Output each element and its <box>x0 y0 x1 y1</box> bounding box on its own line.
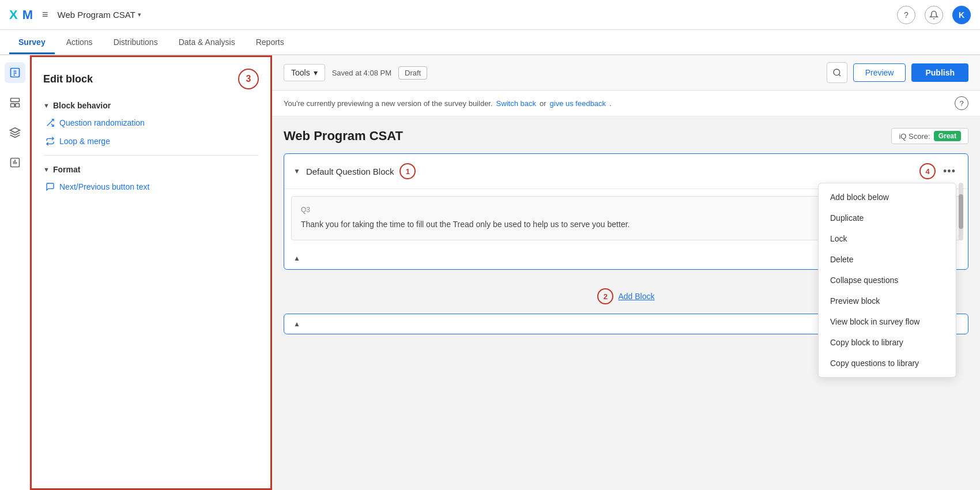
question-randomization-label: Question randomization <box>59 118 145 127</box>
search-button[interactable] <box>827 62 847 83</box>
tab-bar: Survey Actions Distributions Data & Anal… <box>0 30 980 55</box>
survey-title-row: Web Program CSAT iQ Score: Great <box>284 128 968 144</box>
survey-title: Web Program CSAT <box>284 129 403 144</box>
saved-status: Saved at 4:08 PM <box>332 69 391 77</box>
switch-back-link[interactable]: Switch back <box>496 99 536 108</box>
edit-panel-header: Edit block 3 <box>43 69 259 89</box>
svg-rect-4 <box>10 99 19 102</box>
page-title: Web Program CSAT ▾ <box>58 10 141 20</box>
menu-item-copy-questions-library[interactable]: Copy questions to library <box>819 353 956 374</box>
button-text-icon <box>46 182 55 191</box>
publish-button[interactable]: Publish <box>911 63 968 82</box>
tools-chevron-icon: ▾ <box>314 68 318 77</box>
search-icon <box>832 68 842 77</box>
draft-badge: Draft <box>398 66 427 80</box>
give-feedback-link[interactable]: give us feedback <box>550 99 606 108</box>
block-collapse-chevron[interactable]: ▼ <box>293 167 300 175</box>
info-text: You're currently previewing a new versio… <box>284 99 493 108</box>
block-scrollbar[interactable] <box>959 183 963 240</box>
sidebar-icon-layout[interactable] <box>5 92 25 113</box>
menu-item-delete[interactable]: Delete <box>819 249 956 270</box>
user-avatar[interactable]: K <box>952 6 971 24</box>
logo-m: M <box>22 7 33 22</box>
menu-item-add-block-below[interactable]: Add block below <box>819 187 956 208</box>
loop-merge-label: Loop & merge <box>59 137 110 146</box>
tab-data-analysis[interactable]: Data & Analysis <box>169 32 244 54</box>
section-divider-1 <box>43 155 259 156</box>
main-layout: Edit block 3 ▼ Block behavior Question r… <box>0 55 980 490</box>
format-label: Format <box>53 165 80 174</box>
iq-score-label: iQ Score: <box>899 132 930 141</box>
tools-button[interactable]: Tools ▾ <box>284 64 325 81</box>
next-previous-label: Next/Previous button text <box>59 182 149 191</box>
sidebar-icon-chart[interactable] <box>5 152 25 173</box>
edit-panel-title: Edit block <box>43 73 93 85</box>
toolbar: Tools ▾ Saved at 4:08 PM Draft Preview P… <box>272 55 980 91</box>
edit-panel: Edit block 3 ▼ Block behavior Question r… <box>30 55 272 490</box>
logo-x: X <box>9 7 18 22</box>
menu-item-duplicate[interactable]: Duplicate <box>819 208 956 228</box>
hamburger-icon[interactable]: ≡ <box>42 9 48 21</box>
main-content: Tools ▾ Saved at 4:08 PM Draft Preview P… <box>272 55 980 490</box>
block-menu-button[interactable]: ••• <box>940 162 959 180</box>
bottom-block-up-chevron[interactable]: ▲ <box>293 320 300 328</box>
sidebar-icons <box>0 55 30 490</box>
badge-2: 2 <box>597 288 613 304</box>
format-header[interactable]: ▼ Format <box>43 165 259 174</box>
format-chevron: ▼ <box>43 166 50 173</box>
block-behavior-chevron: ▼ <box>43 102 50 109</box>
add-block-link[interactable]: Add Block <box>618 292 654 301</box>
survey-content: Web Program CSAT iQ Score: Great ▼ Defau… <box>272 116 980 490</box>
toolbar-right: Preview Publish <box>827 62 968 83</box>
tab-actions[interactable]: Actions <box>57 32 102 54</box>
menu-item-collapse-questions[interactable]: Collapse questions <box>819 270 956 291</box>
loop-icon <box>46 137 55 146</box>
notification-bell-button[interactable] <box>925 6 943 24</box>
title-chevron-icon[interactable]: ▾ <box>138 11 141 18</box>
block-behavior-label: Block behavior <box>53 101 111 110</box>
question-randomization-link[interactable]: Question randomization <box>43 118 259 127</box>
block-title: Default Question Block <box>306 167 394 176</box>
svg-rect-5 <box>10 104 14 107</box>
menu-item-preview-block[interactable]: Preview block <box>819 291 956 311</box>
tools-label: Tools <box>291 68 310 77</box>
menu-item-copy-to-library[interactable]: Copy block to library <box>819 332 956 353</box>
info-help-icon[interactable]: ? <box>955 96 968 110</box>
question-block: ▼ Default Question Block 1 4 ••• Q3 Than… <box>284 153 968 270</box>
tab-distributions[interactable]: Distributions <box>104 32 167 54</box>
tab-reports[interactable]: Reports <box>247 32 293 54</box>
iq-score-badge: iQ Score: Great <box>891 128 968 144</box>
block-actions-right: 4 ••• <box>919 162 959 180</box>
randomize-icon <box>46 118 55 127</box>
next-previous-link[interactable]: Next/Previous button text <box>43 182 259 191</box>
menu-item-lock[interactable]: Lock <box>819 228 956 249</box>
svg-rect-6 <box>15 104 19 107</box>
svg-line-11 <box>839 74 840 76</box>
badge-4: 4 <box>919 163 936 179</box>
info-bar: You're currently previewing a new versio… <box>272 91 980 116</box>
help-icon-button[interactable]: ? <box>897 6 915 24</box>
badge-1: 1 <box>399 163 416 179</box>
badge-3: 3 <box>238 69 259 89</box>
sidebar-icon-survey[interactable] <box>5 62 25 83</box>
menu-item-view-in-survey-flow[interactable]: View block in survey flow <box>819 311 956 332</box>
block-scrollbar-thumb <box>959 194 963 229</box>
svg-point-10 <box>834 69 840 76</box>
loop-merge-link[interactable]: Loop & merge <box>43 137 259 146</box>
sidebar-icon-style[interactable] <box>5 122 25 143</box>
nav-right-actions: ? K <box>897 6 971 24</box>
block-up-chevron[interactable]: ▲ <box>293 254 300 262</box>
top-navigation: XM ≡ Web Program CSAT ▾ ? K <box>0 0 980 30</box>
period: . <box>609 99 612 108</box>
iq-score-value: Great <box>934 131 961 141</box>
preview-button[interactable]: Preview <box>853 63 906 82</box>
block-context-menu: Add block below Duplicate Lock Delete Co… <box>818 183 956 378</box>
tab-survey[interactable]: Survey <box>9 32 55 54</box>
or-text: or <box>540 99 546 108</box>
logo[interactable]: XM <box>9 7 33 22</box>
block-behavior-header[interactable]: ▼ Block behavior <box>43 101 259 110</box>
